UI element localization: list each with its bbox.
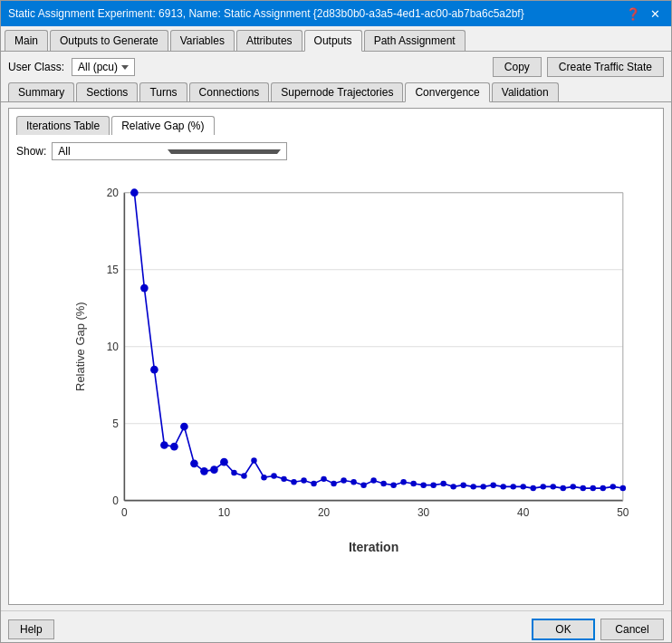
svg-point-62 [551, 484, 556, 489]
show-row: Show: All [16, 142, 656, 160]
main-tab-outputs-to-generate[interactable]: Outputs to Generate [50, 30, 168, 51]
svg-text:0: 0 [121, 506, 128, 519]
content-area: Iterations TableRelative Gap (%) Show: A… [1, 102, 671, 610]
svg-point-41 [341, 477, 346, 483]
help-footer-button[interactable]: Help [8, 619, 54, 639]
svg-point-35 [281, 476, 286, 482]
svg-point-31 [241, 473, 246, 478]
svg-point-32 [251, 457, 256, 463]
svg-text:5: 5 [112, 417, 119, 430]
sub-tab-validation[interactable]: Validation [492, 82, 559, 101]
svg-point-67 [600, 485, 606, 491]
svg-point-30 [231, 470, 236, 475]
svg-point-45 [380, 481, 386, 486]
main-tab-bar: MainOutputs to GenerateVariablesAttribut… [1, 26, 671, 52]
svg-point-56 [490, 482, 495, 487]
svg-point-47 [400, 479, 406, 485]
svg-point-23 [160, 441, 168, 449]
svg-point-69 [620, 485, 626, 491]
dropdown-arrow-icon [121, 65, 129, 70]
svg-point-33 [261, 475, 266, 480]
footer-right: OK Cancel [532, 619, 664, 640]
help-button[interactable]: ❓ [624, 5, 642, 22]
create-traffic-state-button[interactable]: Create Traffic State [547, 57, 664, 77]
svg-text:20: 20 [107, 187, 120, 199]
show-value: All [58, 145, 164, 158]
show-dropdown[interactable]: All [52, 142, 287, 160]
sub-tab-supernode-trajectories[interactable]: Supernode Trajectories [271, 82, 403, 101]
show-label: Show: [16, 145, 46, 158]
svg-point-36 [291, 479, 296, 485]
user-class-value: All (pcu) [78, 61, 118, 73]
svg-point-54 [470, 484, 475, 489]
svg-point-43 [360, 482, 366, 487]
svg-text:40: 40 [517, 506, 530, 519]
sub-tab-sections[interactable]: Sections [76, 82, 138, 101]
svg-point-49 [420, 482, 426, 487]
svg-point-61 [541, 484, 546, 489]
svg-text:Relative Gap (%): Relative Gap (%) [73, 302, 87, 391]
svg-text:20: 20 [318, 506, 331, 519]
svg-point-64 [571, 484, 576, 489]
svg-point-24 [170, 443, 178, 451]
svg-point-66 [590, 485, 596, 491]
svg-text:10: 10 [107, 341, 120, 353]
svg-point-52 [450, 484, 456, 489]
svg-point-63 [561, 485, 566, 491]
user-class-dropdown[interactable]: All (pcu) [72, 58, 135, 76]
show-dropdown-arrow-icon [168, 149, 281, 154]
svg-point-48 [410, 481, 416, 486]
svg-point-20 [130, 188, 139, 197]
svg-point-29 [220, 458, 228, 466]
inner-tab-iterations-table[interactable]: Iterations Table [16, 116, 110, 135]
svg-point-58 [510, 484, 515, 489]
sub-tab-turns[interactable]: Turns [139, 82, 187, 101]
svg-point-22 [150, 366, 158, 374]
main-tab-variables[interactable]: Variables [170, 30, 235, 51]
footer: Help OK Cancel [1, 610, 671, 643]
svg-point-53 [460, 482, 466, 487]
svg-text:30: 30 [418, 506, 430, 519]
svg-point-25 [180, 423, 188, 431]
sub-tab-convergence[interactable]: Convergence [405, 82, 489, 102]
window-title: Static Assignment Experiment: 6913, Name… [8, 7, 524, 20]
title-bar: Static Assignment Experiment: 6913, Name… [1, 1, 671, 26]
chart-container: 0510152001020304050Relative Gap (%)Itera… [16, 168, 656, 597]
svg-point-28 [210, 465, 218, 474]
svg-point-51 [440, 481, 446, 486]
title-controls: ❓ ✕ [624, 5, 664, 22]
svg-point-27 [200, 467, 208, 475]
close-button[interactable]: ✕ [646, 5, 664, 22]
svg-point-65 [581, 485, 586, 491]
chart-svg: 0510152001020304050Relative Gap (%)Itera… [71, 177, 638, 561]
svg-text:10: 10 [218, 506, 231, 519]
svg-point-57 [500, 484, 505, 489]
inner-tab-relative-gap-[interactable]: Relative Gap (%) [111, 116, 214, 135]
ok-button[interactable]: OK [532, 619, 595, 640]
svg-text:Iteration: Iteration [349, 540, 398, 554]
svg-point-42 [350, 479, 356, 485]
main-tab-attributes[interactable]: Attributes [236, 30, 302, 51]
svg-point-38 [311, 481, 316, 486]
svg-point-34 [271, 473, 276, 478]
svg-point-55 [480, 484, 485, 489]
svg-point-68 [610, 484, 616, 489]
inner-tab-bar: Iterations TableRelative Gap (%) [16, 116, 656, 135]
sub-tab-summary[interactable]: Summary [8, 82, 74, 101]
user-class-label: User Class: [8, 61, 64, 73]
copy-button[interactable]: Copy [493, 57, 542, 77]
svg-point-59 [520, 484, 525, 489]
main-tab-outputs[interactable]: Outputs [304, 30, 362, 52]
toolbar: User Class: All (pcu) Copy Create Traffi… [1, 52, 671, 82]
svg-text:0: 0 [112, 494, 119, 507]
svg-point-26 [190, 460, 198, 468]
svg-text:50: 50 [617, 506, 629, 519]
sub-tab-bar: SummarySectionsTurnsConnectionsSupernode… [1, 82, 671, 102]
svg-point-21 [140, 284, 149, 293]
svg-point-37 [301, 477, 306, 483]
main-tab-path-assignment[interactable]: Path Assignment [364, 30, 466, 51]
main-tab-main[interactable]: Main [5, 30, 48, 51]
cancel-button[interactable]: Cancel [600, 619, 664, 640]
svg-point-60 [530, 485, 535, 491]
sub-tab-connections[interactable]: Connections [189, 82, 270, 101]
